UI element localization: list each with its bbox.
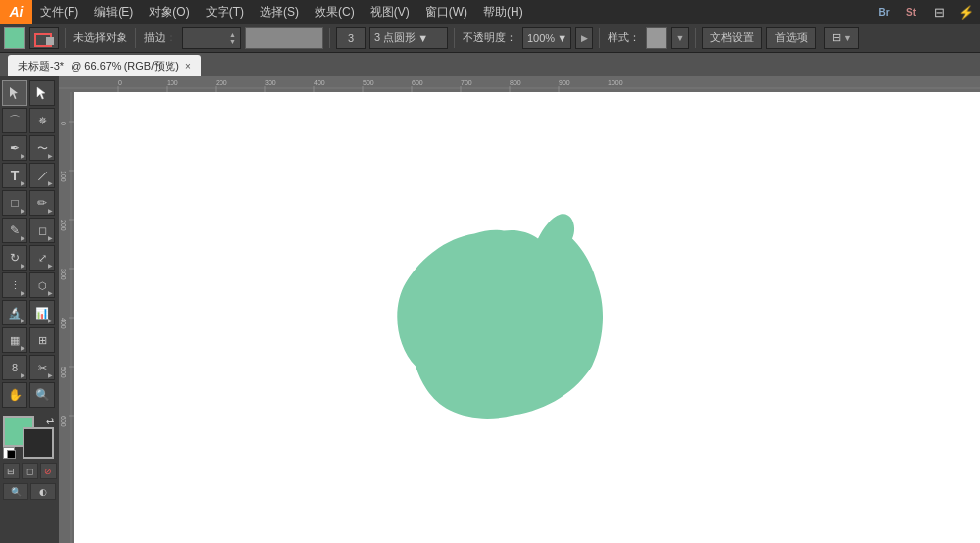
paintbrush-tool-btn[interactable]: ✏ ▶ [29,190,55,216]
selection-tool-btn[interactable] [2,80,27,106]
preferences-button[interactable]: 首选项 [766,27,816,49]
cat-shape[interactable] [386,210,621,435]
scale-tool-btn[interactable]: ⤢ ▶ [29,245,55,271]
hand-tool-btn[interactable]: ✋ [2,382,27,408]
tab-info: @ 66.67% (RGB/预览) [71,60,179,72]
menu-help[interactable]: 帮助(H) [475,0,531,24]
warp-icon: ⋮ [10,279,21,292]
type-tool-btn[interactable]: T ▶ [2,163,27,188]
shape-dropdown[interactable]: 3 点圆形 ▼ [369,27,448,49]
pen-tool-btn[interactable]: ✒ ▶ [2,135,27,161]
mesh-tool-btn[interactable]: ⊞ [29,327,55,353]
workspace-btn[interactable]: ⊟ ▼ [824,27,859,49]
menu-object[interactable]: 对象(O) [141,0,197,24]
blend-tool-btn[interactable]: 8 ▶ [2,355,27,380]
type-arrow: ▶ [21,179,25,186]
blend-icon: 8 [12,362,18,373]
line-arrow: ▶ [48,179,53,186]
chart-tool-btn[interactable]: 📊 ▶ [29,300,55,325]
eraser-tool-btn[interactable]: ◻ ▶ [29,218,55,243]
svg-text:0: 0 [60,122,67,125]
swap-colors-btn[interactable]: ⇄ [46,416,54,426]
warp-tool-btn[interactable]: ⋮ ▶ [2,272,27,298]
search-btn[interactable]: 🔍 [3,483,28,500]
style-color-preview[interactable] [646,27,667,49]
rectangle-tool-btn[interactable]: □ ▶ [2,190,27,216]
tool-row-6: ✎ ▶ ◻ ▶ [2,218,57,243]
pen-icon: ✒ [10,141,20,155]
stroke-preview-bar [245,27,323,49]
sync-icon[interactable]: ⚡ [953,0,980,24]
menu-edit[interactable]: 编辑(E) [86,0,141,24]
eyedropper-icon: 🔬 [8,307,22,320]
menu-effect[interactable]: 效果(C) [307,0,363,24]
doc-settings-button[interactable]: 文档设置 [702,27,762,49]
direct-selection-tool-icon [35,86,49,100]
lasso-tool-btn[interactable]: ⌒ [2,108,27,133]
left-toolbar: ⌒ ✵ ✒ ▶ 〜 ▶ T ▶ — ▶ [0,76,59,543]
style-dropdown-btn[interactable]: ▼ [671,27,689,49]
line-tool-btn[interactable]: — ▶ [29,163,55,188]
svg-text:800: 800 [510,79,521,86]
curvature-arrow: ▶ [48,152,53,159]
toggle-view-btn[interactable]: ◐ [30,483,56,500]
menu-type[interactable]: 文字(T) [198,0,252,24]
direct-selection-tool-btn[interactable] [29,80,55,106]
opacity-extend-btn[interactable]: ▶ [575,27,593,49]
v-ruler-svg: 0 100 200 300 400 500 600 [59,92,74,543]
svg-text:200: 200 [216,79,227,86]
point-count-input[interactable]: 3 [336,27,366,49]
svg-marker-0 [10,87,18,99]
menu-select[interactable]: 选择(S) [252,0,307,24]
opacity-dropdown-arrow: ▼ [557,32,567,44]
tabs-bar: 未标题-3* @ 66.67% (RGB/预览) × [0,53,980,76]
svg-text:400: 400 [60,318,67,329]
svg-text:600: 600 [60,416,67,427]
menu-window[interactable]: 窗口(W) [417,0,475,24]
app-logo: Ai [0,0,32,24]
free-transform-tool-btn[interactable]: ⬡ ▶ [29,272,55,298]
eyedropper-arrow: ▶ [21,317,25,323]
svg-text:700: 700 [461,79,472,86]
zoom-tool-btn[interactable]: 🔍 [29,382,55,408]
rotate-tool-btn[interactable]: ↻ ▶ [2,245,27,271]
stroke-input-group: ▲▼ [182,27,241,49]
magic-wand-tool-btn[interactable]: ✵ [29,108,55,133]
pencil-tool-btn[interactable]: ✎ ▶ [2,218,27,243]
bridge-icon[interactable]: Br [870,0,898,24]
arrange-icon[interactable]: ⊟ [925,0,953,24]
tab-close-button[interactable]: × [185,61,191,72]
main-area: ⌒ ✵ ✒ ▶ 〜 ▶ T ▶ — ▶ [0,76,980,543]
document-tab[interactable]: 未标题-3* @ 66.67% (RGB/预览) × [8,55,201,76]
gradient-tool-btn[interactable]: ▦ ▶ [2,327,27,353]
stroke-button[interactable] [29,27,59,49]
curvature-tool-btn[interactable]: 〜 ▶ [29,135,55,161]
bottom-search-row: 🔍 ◐ [3,483,56,500]
tool-row-5: □ ▶ ✏ ▶ [2,190,57,216]
fill-color-swatch[interactable] [4,27,25,49]
rotate-icon: ↻ [10,251,20,265]
gradient-arrow: ▶ [21,344,25,351]
change-screen-mode-btn[interactable]: ⊟ [3,463,20,479]
blend-arrow: ▶ [21,371,25,378]
sep6 [695,28,696,48]
menu-file[interactable]: 文件(F) [32,0,86,24]
eyedropper-tool-btn[interactable]: 🔬 ▶ [2,300,27,325]
curvature-icon: 〜 [37,141,48,156]
slice-icon: ✂ [38,362,47,374]
svg-text:1000: 1000 [608,79,623,86]
warp-arrow: ▶ [21,289,25,296]
paintbrush-icon: ✏ [37,196,47,210]
svg-text:200: 200 [60,220,67,231]
stock-icon[interactable]: St [898,0,925,24]
opacity-input[interactable]: 100% ▼ [522,27,571,49]
menu-view[interactable]: 视图(V) [363,0,417,24]
no-fill-btn[interactable]: ⊘ [40,463,57,479]
draw-mode-btn[interactable]: ◻ [22,463,38,479]
stroke-input[interactable]: ▲▼ [182,27,241,49]
stroke-spinner[interactable]: ▲▼ [229,27,236,49]
slice-tool-btn[interactable]: ✂ ▶ [29,355,55,380]
sep1 [65,28,66,48]
stroke-color-box[interactable] [23,427,54,459]
scale-arrow: ▶ [48,262,53,269]
